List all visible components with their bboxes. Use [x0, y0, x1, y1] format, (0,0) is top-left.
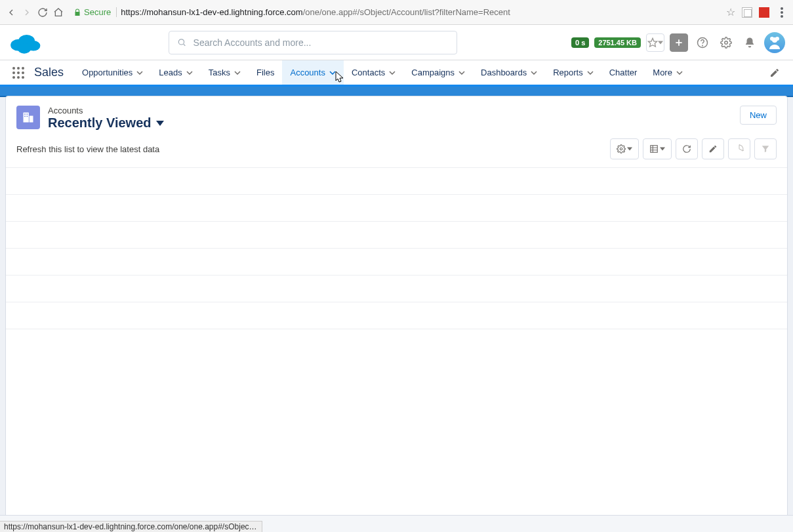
gear-icon	[617, 144, 626, 153]
secure-indicator[interactable]: Secure	[73, 7, 117, 17]
chart-button[interactable]	[728, 138, 750, 159]
back-button[interactable]	[5, 7, 17, 18]
list-row	[6, 222, 787, 249]
inline-edit-button[interactable]	[702, 138, 724, 159]
svg-point-26	[22, 76, 24, 79]
star-icon	[647, 37, 658, 48]
plus-icon	[674, 38, 683, 47]
chevron-down-icon[interactable]	[389, 71, 396, 75]
nav-item-tasks[interactable]: Tasks	[201, 60, 249, 85]
global-create-button[interactable]	[670, 33, 688, 52]
app-name: Sales	[31, 60, 74, 85]
nav-item-leads[interactable]: Leads	[151, 60, 200, 85]
svg-line-8	[184, 44, 186, 46]
refresh-icon	[682, 144, 691, 153]
forward-button[interactable]	[21, 7, 33, 18]
table-icon	[649, 144, 659, 153]
chevron-down-icon[interactable]	[587, 71, 594, 75]
nav-item-label: Reports	[553, 68, 583, 77]
chevron-down-icon[interactable]	[136, 71, 143, 75]
nav-item-opportunities[interactable]: Opportunities	[74, 60, 151, 85]
nav-item-label: Campaigns	[411, 68, 455, 77]
nav-item-label: More	[653, 68, 672, 77]
list-controls-button[interactable]	[610, 138, 639, 159]
chevron-down-icon[interactable]	[531, 71, 537, 75]
svg-point-22	[17, 72, 20, 74]
caret-down-icon	[660, 147, 665, 151]
browser-toolbar: Secure https://mohansun-lx1-dev-ed.light…	[0, 0, 793, 25]
nav-item-reports[interactable]: Reports	[545, 60, 601, 85]
svg-rect-34	[651, 146, 658, 153]
account-object-icon	[16, 106, 40, 129]
chevron-down-icon[interactable]	[329, 71, 336, 75]
bookmark-star-icon[interactable]: ☆	[726, 6, 735, 18]
pencil-icon	[769, 68, 780, 78]
nav-item-label: Chatter	[609, 68, 638, 77]
chevron-down-icon[interactable]	[458, 71, 465, 75]
nav-item-chatter[interactable]: Chatter	[601, 60, 645, 85]
extension-red-icon[interactable]	[759, 7, 769, 18]
svg-point-0	[781, 7, 783, 10]
filter-icon	[761, 144, 770, 153]
nav-item-more[interactable]: More	[645, 60, 691, 85]
app-launcher-button[interactable]	[5, 60, 31, 85]
home-button[interactable]	[52, 7, 64, 18]
object-label: Accounts	[48, 106, 164, 115]
user-avatar[interactable]	[764, 32, 785, 53]
display-as-button[interactable]	[643, 138, 672, 159]
browser-menu-icon[interactable]	[776, 7, 788, 18]
page-header-meta: Accounts Recently Viewed	[48, 106, 164, 131]
caret-down-icon	[658, 40, 663, 45]
svg-rect-29	[24, 113, 26, 115]
page-area: Accounts Recently Viewed New Refresh thi…	[0, 87, 793, 532]
list-row	[6, 195, 787, 222]
new-button[interactable]: New	[740, 106, 777, 125]
search-input[interactable]	[193, 37, 449, 48]
favorites-button[interactable]	[646, 33, 664, 52]
svg-point-33	[620, 148, 622, 150]
waffle-icon	[12, 66, 25, 79]
reload-button[interactable]	[37, 7, 49, 18]
list-view-switcher[interactable]: Recently Viewed	[48, 115, 164, 131]
svg-rect-28	[30, 116, 33, 123]
url-text: https://mohansun-lx1-dev-ed.lightning.fo…	[121, 7, 510, 17]
perf-mem-pill: 2751.45 KB	[594, 37, 641, 48]
salesforce-logo[interactable]	[8, 29, 42, 56]
edit-nav-button[interactable]	[762, 60, 788, 85]
nav-item-campaigns[interactable]: Campaigns	[403, 60, 473, 85]
svg-point-1	[781, 11, 783, 14]
nav-item-files[interactable]: Files	[249, 60, 282, 85]
help-icon[interactable]	[693, 33, 712, 52]
setup-gear-icon[interactable]	[717, 33, 735, 52]
svg-point-25	[17, 76, 20, 79]
svg-rect-30	[27, 113, 28, 115]
extension-tabs-icon[interactable]	[742, 7, 752, 18]
global-search[interactable]	[169, 31, 457, 54]
status-bar-link: https://mohansun-lx1-dev-ed.lightning.fo…	[0, 521, 262, 532]
url-domain: https://mohansun-lx1-dev-ed.lightning.fo…	[121, 7, 302, 17]
nav-item-dashboards[interactable]: Dashboards	[473, 60, 545, 85]
svg-point-24	[12, 76, 15, 79]
svg-point-14	[725, 41, 728, 44]
chevron-down-icon[interactable]	[234, 71, 241, 75]
nav-item-label: Tasks	[209, 68, 230, 77]
address-bar[interactable]: Secure https://mohansun-lx1-dev-ed.light…	[68, 3, 722, 22]
nav-item-accounts[interactable]: Accounts	[282, 60, 343, 85]
list-row	[6, 168, 787, 195]
list-subheader: Refresh this list to view the latest dat…	[6, 136, 787, 167]
svg-point-23	[22, 72, 24, 74]
notifications-bell-icon[interactable]	[741, 33, 759, 52]
search-icon	[177, 37, 186, 47]
refresh-button[interactable]	[676, 138, 698, 159]
svg-point-7	[179, 39, 184, 45]
svg-rect-31	[24, 116, 26, 117]
lock-icon	[73, 9, 81, 16]
nav-item-label: Leads	[159, 68, 182, 77]
chevron-down-icon[interactable]	[676, 71, 683, 75]
secure-label: Secure	[84, 7, 111, 17]
filter-button[interactable]	[754, 138, 777, 159]
chevron-down-icon[interactable]	[186, 71, 193, 75]
svg-point-18	[12, 67, 15, 70]
nav-item-label: Opportunities	[82, 68, 132, 77]
nav-item-contacts[interactable]: Contacts	[344, 60, 403, 85]
